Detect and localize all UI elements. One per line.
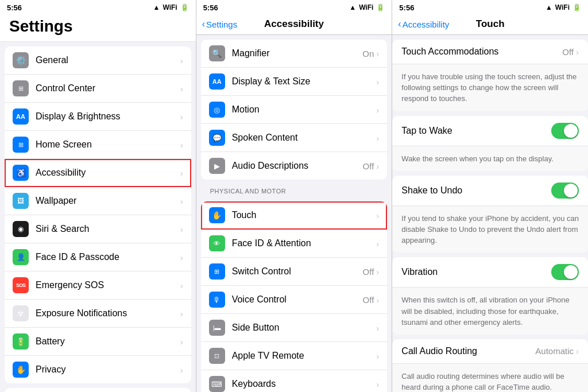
general-label: General (36, 55, 180, 65)
emergency-label: Emergency SOS (36, 280, 180, 290)
tap-to-wake-toggle[interactable] (551, 123, 579, 139)
accessibility-title: Accessibility (264, 18, 324, 30)
acc-item-motion[interactable]: ◎ Motion › (201, 96, 388, 124)
magnifier-label: Magnifier (232, 48, 363, 59)
voice-icon: 🎙 (209, 292, 225, 308)
call-audio-chevron: › (576, 346, 579, 356)
touch-nav: ‹ Accessibility Touch (392, 15, 588, 35)
acc-item-voice[interactable]: 🎙 Voice Control Off › (201, 286, 388, 314)
call-audio-row[interactable]: Call Audio Routing Automatic › (392, 339, 588, 364)
panel-touch: 5:56 ▲ WiFi 🔋 ‹ Accessibility Touch Touc… (392, 0, 588, 392)
acc-item-switch[interactable]: ⊞ Switch Control Off › (201, 258, 388, 286)
acc-item-audio-desc[interactable]: ▶ Audio Descriptions Off › (201, 152, 388, 180)
touch-settings-inner: Touch Accommodations Off › If you have t… (392, 40, 588, 392)
settings-item-control-center[interactable]: ⊞ Control Center › (5, 75, 191, 103)
panel-settings: 5:56 ▲ WiFi 🔋 Settings ⚙️ General › ⊞ Co… (0, 0, 196, 392)
battery-icon-3: 🔋 (572, 3, 581, 11)
motion-label: Motion (232, 104, 377, 115)
back-button-accessibility[interactable]: ‹ Settings (202, 19, 238, 29)
acc-display-label: Display & Text Size (232, 76, 377, 87)
spoken-label: Spoken Content (232, 133, 377, 143)
acc-item-magnifier[interactable]: 🔍 Magnifier On › (201, 40, 388, 68)
back-chevron-1: ‹ (202, 19, 205, 29)
settings-item-display[interactable]: AA Display & Brightness › (5, 103, 191, 131)
accessibility-nav: ‹ Settings Accessibility (196, 15, 392, 35)
touch-accommodations-row[interactable]: Touch Accommodations Off › (392, 40, 588, 64)
acc-item-side-btn[interactable]: |▬ Side Button › (201, 314, 388, 342)
touch-accommodations-label: Touch Accommodations (401, 46, 498, 57)
settings-item-accessibility[interactable]: ♿ Accessibility › (5, 159, 191, 187)
motion-icon: ◎ (209, 102, 225, 118)
touch-label: Touch (232, 210, 377, 220)
battery-icon-1: 🔋 (180, 3, 189, 11)
vibration-row[interactable]: Vibration (392, 257, 588, 288)
acc-item-display[interactable]: AA Display & Text Size › (201, 68, 388, 96)
siri-label: Siri & Search (36, 224, 180, 234)
battery-label: Battery (36, 336, 180, 347)
wifi-icon-2: WiFi (359, 3, 373, 11)
call-audio-desc-row: Call audio routing determines where audi… (392, 364, 588, 392)
call-audio-section: Call Audio Routing Automatic › Call audi… (392, 339, 588, 392)
siri-icon: ◉ (13, 221, 29, 237)
privacy-label: Privacy (36, 364, 180, 375)
vision-section: 🔍 Magnifier On › AA Display & Text Size … (201, 40, 388, 180)
touch-accommodations-desc-row: If you have trouble using the touch scre… (392, 64, 588, 111)
shake-to-undo-toggle[interactable] (551, 183, 579, 199)
vibration-desc: When this switch is off, all vibration o… (401, 296, 569, 326)
battery-icon-2: 🔋 (376, 3, 385, 11)
settings-item-general[interactable]: ⚙️ General › (5, 46, 191, 75)
acc-item-appletv[interactable]: ⊡ Apple TV Remote › (201, 342, 388, 370)
settings-item-wallpaper[interactable]: 🖼 Wallpaper › (5, 187, 191, 215)
vibration-section: Vibration When this switch is off, all v… (392, 257, 588, 335)
settings-item-exposure[interactable]: ☢ Exposure Notifications › (5, 300, 191, 328)
panel1-title: Settings (9, 17, 187, 36)
vibration-toggle[interactable] (551, 264, 579, 280)
touch-accommodations-header: Touch Accommodations Off › (401, 46, 579, 57)
vibration-label: Vibration (401, 267, 438, 277)
status-bar-2: 5:56 ▲ WiFi 🔋 (196, 0, 392, 15)
shake-to-undo-knob (564, 184, 578, 197)
settings-item-privacy[interactable]: ✋ Privacy › (5, 356, 191, 383)
faceid-label: Face ID & Passcode (36, 252, 180, 262)
shake-to-undo-desc: If you tend to shake your iPhone by acci… (401, 214, 579, 244)
time-3: 5:56 (399, 3, 414, 12)
accessibility-label: Accessibility (36, 168, 180, 178)
touch-accommodations-desc: If you have trouble using the touch scre… (401, 72, 577, 103)
appletv-label: Apple TV Remote (232, 351, 377, 361)
shake-to-undo-section: Shake to Undo If you tend to shake your … (392, 176, 588, 253)
call-audio-label: Call Audio Routing (401, 346, 477, 356)
tap-to-wake-row[interactable]: Tap to Wake (392, 116, 588, 146)
accessibility-list: 🔍 Magnifier On › AA Display & Text Size … (196, 35, 392, 392)
display-icon: AA (13, 108, 29, 125)
wallpaper-icon: 🖼 (13, 193, 29, 209)
accessibility-icon: ♿ (13, 165, 29, 181)
faceid-attn-icon: 👁 (209, 235, 225, 251)
physical-motor-section: ✋ Touch › 👁 Face ID & Attention › ⊞ Swit… (201, 201, 388, 392)
wifi-icon-3: WiFi (555, 3, 570, 11)
back-button-touch[interactable]: ‹ Accessibility (398, 19, 449, 29)
acc-item-keyboards[interactable]: ⌨ Keyboards › (201, 370, 388, 392)
status-icons-2: ▲ WiFi 🔋 (349, 3, 385, 11)
battery-icon: 🔋 (13, 333, 29, 350)
shake-to-undo-row[interactable]: Shake to Undo (392, 176, 588, 206)
status-bar-1: 5:56 ▲ WiFi 🔋 (0, 0, 196, 15)
settings-item-siri[interactable]: ◉ Siri & Search › (5, 215, 191, 243)
home-screen-label: Home Screen (36, 139, 180, 150)
signal-icon-3: ▲ (546, 3, 552, 11)
status-bar-3: 5:56 ▲ WiFi 🔋 (392, 0, 588, 15)
acc-item-spoken[interactable]: 💬 Spoken Content › (201, 124, 388, 152)
settings-item-faceid[interactable]: 👤 Face ID & Passcode › (5, 243, 191, 271)
vibration-desc-row: When this switch is off, all vibration o… (392, 288, 588, 335)
settings-item-emergency[interactable]: SOS Emergency SOS › (5, 271, 191, 300)
settings-item-appstore[interactable]: A App Store › (5, 388, 191, 392)
acc-item-faceid-attn[interactable]: 👁 Face ID & Attention › (201, 230, 388, 258)
time-1: 5:56 (7, 3, 22, 12)
settings-item-battery[interactable]: 🔋 Battery › (5, 328, 191, 356)
keyboards-icon: ⌨ (209, 376, 225, 392)
acc-item-touch[interactable]: ✋ Touch › (201, 201, 388, 230)
tap-to-wake-desc-row: Wake the screen when you tap on the disp… (392, 146, 588, 171)
settings-item-home-screen[interactable]: ⊞ Home Screen › (5, 131, 191, 159)
tap-to-wake-section: Tap to Wake Wake the screen when you tap… (392, 116, 588, 171)
status-icons-3: ▲ WiFi 🔋 (546, 3, 581, 11)
switch-icon: ⊞ (209, 263, 225, 280)
